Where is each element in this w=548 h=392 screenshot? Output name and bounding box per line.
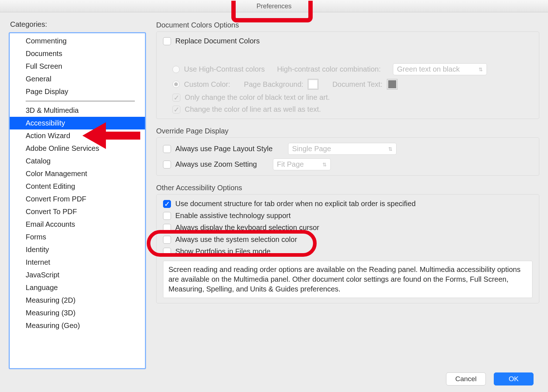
radio-custom-color <box>172 81 180 88</box>
sidebar-item-convert-from-pdf[interactable]: Convert From PDF <box>10 193 145 205</box>
checkbox-line-art: ✓ <box>172 106 180 114</box>
section-document-colors: Document Colors Options <box>156 21 539 29</box>
sidebar-item-content-editing[interactable]: Content Editing <box>10 180 145 193</box>
label-other-4: Show Portfolios in Files mode <box>175 247 270 256</box>
sidebar-item-page-display[interactable]: Page Display <box>10 85 145 98</box>
sidebar-separator <box>26 101 135 101</box>
sidebar-item-general[interactable]: General <box>10 73 145 85</box>
chevron-updown-icon: ⇅ <box>479 67 483 72</box>
categories-label: Categories: <box>10 20 146 29</box>
sidebar-item-full-screen[interactable]: Full Screen <box>10 60 145 73</box>
sidebar-item-action-wizard[interactable]: Action Wizard <box>10 129 145 142</box>
sidebar-item-color-management[interactable]: Color Management <box>10 167 145 180</box>
window-titlebar: Preferences <box>0 0 548 12</box>
label-other-1: Enable assistive technology support <box>175 212 291 220</box>
dropdown-high-contrast: Green text on black ⇅ <box>393 63 487 75</box>
sidebar-item-measuring-2d-[interactable]: Measuring (2D) <box>10 294 145 307</box>
group-override-page: Always use Page Layout Style Single Page… <box>156 137 539 176</box>
chevron-updown-icon: ⇅ <box>388 146 393 152</box>
label-page-background: Page Background: <box>244 80 304 89</box>
sidebar-item-language[interactable]: Language <box>10 281 145 294</box>
label-document-text: Document Text: <box>332 80 382 89</box>
ok-button[interactable]: OK <box>494 372 534 385</box>
checkbox-other-4[interactable] <box>163 248 171 256</box>
dropdown-zoom-value: Fit Page <box>277 160 304 169</box>
checkbox-other-3[interactable] <box>163 236 171 244</box>
sidebar-item-catalog[interactable]: Catalog <box>10 155 145 167</box>
group-other-accessibility: ✓Use document structure for tab order wh… <box>156 194 539 303</box>
sidebar-item-forms[interactable]: Forms <box>10 231 145 243</box>
checkbox-replace-document-colors[interactable] <box>163 37 171 45</box>
label-high-contrast: Use High-Contrast colors <box>184 65 265 73</box>
sidebar-item-email-accounts[interactable]: Email Accounts <box>10 218 145 231</box>
sidebar-item-javascript[interactable]: JavaScript <box>10 269 145 281</box>
dropdown-high-contrast-value: Green text on black <box>397 65 459 73</box>
categories-list[interactable]: CommentingDocumentsFull ScreenGeneralPag… <box>9 32 146 369</box>
label-only-black: Only change the color of black text or l… <box>185 93 330 102</box>
sidebar-item-accessibility[interactable]: Accessibility <box>10 117 145 129</box>
cancel-button[interactable]: Cancel <box>446 372 486 385</box>
label-page-layout-style: Always use Page Layout Style <box>175 145 284 153</box>
label-other-3: Always use the system selection color <box>175 235 297 244</box>
label-high-contrast-combo: High-contrast color combination: <box>277 65 381 73</box>
sidebar-item-internet[interactable]: Internet <box>10 256 145 269</box>
label-other-2: Always display the keyboard selection cu… <box>175 223 319 232</box>
radio-high-contrast <box>172 66 180 73</box>
sidebar-item-convert-to-pdf[interactable]: Convert To PDF <box>10 205 145 218</box>
checkbox-other-1[interactable] <box>163 212 171 220</box>
section-other-accessibility: Other Accessibility Options <box>156 184 539 192</box>
checkbox-page-layout-style[interactable] <box>163 145 171 153</box>
sidebar-item-3d-multimedia[interactable]: 3D & Multimedia <box>10 104 145 117</box>
info-box: Screen reading and reading order options… <box>163 261 532 298</box>
label-replace-document-colors: Replace Document Colors <box>175 37 260 45</box>
sidebar-item-identity[interactable]: Identity <box>10 243 145 256</box>
dropdown-page-layout-value: Single Page <box>292 145 331 153</box>
checkbox-only-black: ✓ <box>172 94 180 102</box>
sidebar-item-measuring-3d-[interactable]: Measuring (3D) <box>10 307 145 319</box>
window-title: Preferences <box>256 3 291 10</box>
dropdown-zoom: Fit Page ⇅ <box>273 158 331 170</box>
dropdown-page-layout: Single Page ⇅ <box>288 143 397 155</box>
label-zoom-setting: Always use Zoom Setting <box>175 160 269 169</box>
label-line-art: Change the color of line art as well as … <box>185 105 321 114</box>
swatch-page-background <box>308 79 318 90</box>
label-custom-color: Custom Color: <box>184 80 230 89</box>
section-override-page: Override Page Display <box>156 127 539 135</box>
sidebar-item-commenting[interactable]: Commenting <box>10 35 145 47</box>
sidebar-item-documents[interactable]: Documents <box>10 47 145 60</box>
sidebar-item-measuring-geo-[interactable]: Measuring (Geo) <box>10 319 145 332</box>
group-document-colors: Replace Document Colors Use High-Contras… <box>156 31 539 119</box>
checkbox-other-0[interactable]: ✓ <box>163 200 171 208</box>
swatch-document-text <box>387 79 398 90</box>
checkbox-zoom-setting[interactable] <box>163 161 171 169</box>
label-other-0: Use document structure for tab order whe… <box>175 200 416 208</box>
chevron-updown-icon: ⇅ <box>322 162 327 167</box>
sidebar-item-adobe-online-services[interactable]: Adobe Online Services <box>10 142 145 155</box>
checkbox-other-2[interactable] <box>163 224 171 232</box>
